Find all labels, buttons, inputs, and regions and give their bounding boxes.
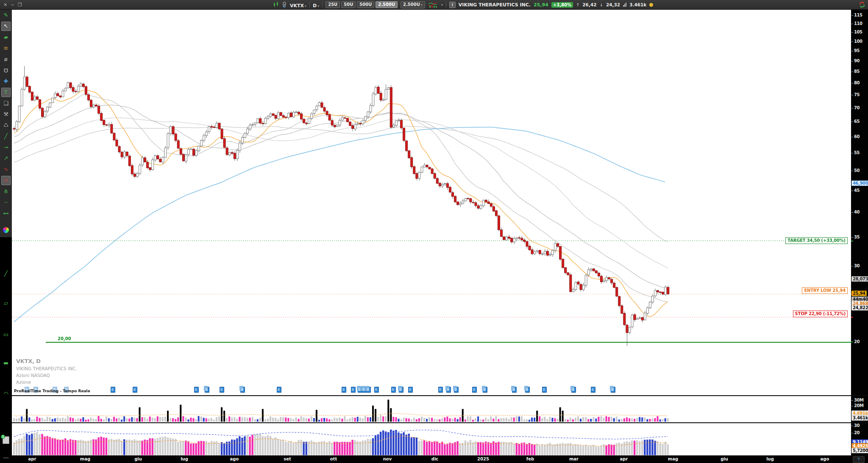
news-event-icon[interactable]: [220, 387, 224, 393]
news-event-icon[interactable]: [472, 387, 477, 393]
news-event-icon[interactable]: [542, 387, 547, 393]
symbol-timeframe-label: VKTX, D: [16, 358, 77, 364]
volume-tick-label: 30M: [854, 398, 864, 402]
news-event-icon[interactable]: [591, 387, 595, 393]
month-label: giu: [721, 457, 728, 461]
chart-type-icon[interactable]: [428, 2, 437, 8]
orders-doc-icon[interactable]: 1: [3, 436, 9, 444]
trendline-tool-icon[interactable]: ╱: [0, 132, 12, 141]
news-event-icon[interactable]: [408, 387, 413, 393]
rectangle-tool-icon[interactable]: ▭: [0, 330, 12, 339]
month-label: lug: [181, 457, 188, 461]
link-instrument-icon[interactable]: [282, 2, 287, 8]
news-event-icon[interactable]: [512, 387, 517, 393]
entry-level-label[interactable]: ENTRY LOW 25,94: [802, 287, 848, 294]
news-event-icon[interactable]: [366, 387, 371, 393]
cursor-tool-icon[interactable]: ↖: [1, 22, 11, 31]
stop-level-label[interactable]: STOP 22,90 (-11,72%): [793, 311, 848, 317]
close-window-icon[interactable]: ✕: [3, 2, 7, 8]
price-tick-label: 20: [854, 339, 860, 344]
news-event-icon[interactable]: [446, 387, 451, 393]
news-event-icon[interactable]: [611, 387, 615, 393]
arrow-tool-icon[interactable]: ↗: [0, 154, 12, 163]
news-event-icon[interactable]: [277, 387, 281, 393]
price-axis-value-box: 46,900: [851, 180, 868, 186]
dotted-line-tool-icon[interactable]: ┄: [0, 198, 12, 207]
text-tool-icon[interactable]: T: [1, 88, 11, 97]
volume-chart-canvas[interactable]: [12, 396, 851, 422]
draw-pencil-icon[interactable]: ✎: [0, 11, 12, 20]
news-event-icon[interactable]: [525, 387, 530, 393]
timeframe-selector[interactable]: D▾: [313, 1, 319, 9]
range-button-500u[interactable]: 500U: [357, 1, 374, 8]
duplicate-tool-icon[interactable]: ❏: [0, 99, 12, 108]
panel-divider[interactable]: [12, 422, 868, 423]
support-level-label[interactable]: 20,00: [58, 336, 71, 341]
news-event-icon[interactable]: [351, 387, 356, 393]
news-event-icon[interactable]: [399, 387, 403, 393]
news-event-icon[interactable]: [133, 387, 137, 393]
auto-trend-ia-icon[interactable]: ∿: [0, 165, 12, 174]
time-axis[interactable]: ⇡ aprmaggiulugagosetottnovdic2025febmara…: [0, 456, 868, 463]
range-dropdown[interactable]: 2.500U▾: [401, 1, 425, 8]
pan-tool-icon[interactable]: ✚: [0, 77, 12, 86]
restore-window-icon[interactable]: ❐: [18, 2, 22, 8]
platform-watermark: ProRealTime Trading - Tempo Reale: [14, 389, 90, 393]
instrument-info-icon[interactable]: i: [449, 2, 456, 8]
indicators-list-icon[interactable]: ≡: [0, 44, 12, 53]
chart-type-caret[interactable]: ▾: [441, 3, 443, 7]
news-event-icon[interactable]: [111, 387, 115, 393]
month-label: dic: [431, 457, 439, 461]
hbar-tool-icon[interactable]: ▬: [0, 358, 12, 368]
line2-tool-icon[interactable]: ╱: [0, 269, 12, 278]
news-event-icon[interactable]: [438, 387, 443, 393]
month-label: mar: [569, 457, 579, 461]
instrument-name: VIKING THERAPEUTICS INC.: [459, 2, 531, 8]
range-button-2.500u[interactable]: 2.500U: [376, 1, 398, 8]
magnet-tool-icon[interactable]: ∩: [1, 176, 11, 185]
month-label: ago: [821, 457, 829, 461]
refresh-sync-icon[interactable]: [859, 1, 865, 8]
price-chart-canvas[interactable]: [12, 9, 851, 395]
title-toolbar: ✕─❐ VKTX▾ D▾ 25U50U500U2.500U 2.500U▾: [0, 0, 868, 10]
trash-tool-icon[interactable]: ♺: [0, 121, 12, 130]
level-axis-tick: [851, 317, 853, 318]
indicator-tick-label: 20: [854, 430, 860, 435]
price-tick-label: 50: [854, 168, 860, 173]
range-button-50u[interactable]: 50U: [341, 1, 356, 8]
target-level-label[interactable]: TARGET 34,50 (+33,00%): [785, 237, 848, 244]
news-event-icon[interactable]: [342, 387, 346, 393]
alerts-bell-icon[interactable]: Ω: [0, 66, 12, 75]
news-event-icon[interactable]: [483, 387, 487, 393]
drawing-toolbar: ✎↖▰≡⌀Ω✚T❏⚒♺╱⊸↗∿∩⋔┄⊷╱▱▭▬◠1⋯: [0, 9, 12, 463]
hline-tool-icon[interactable]: ⊷: [0, 209, 12, 218]
panel-divider[interactable]: [12, 395, 868, 396]
level-axis-tick: [851, 341, 853, 342]
minimize-window-icon[interactable]: ─: [11, 2, 14, 8]
month-label: apr: [620, 457, 628, 461]
fan-tool-icon[interactable]: ⋔: [0, 187, 12, 196]
indicator-chart-canvas[interactable]: [12, 423, 851, 455]
symbol-selector[interactable]: VKTX▾: [290, 1, 306, 9]
settings-tools-icon[interactable]: ⚒: [0, 110, 12, 119]
news-event-icon[interactable]: [374, 387, 379, 393]
zoom-tool-icon[interactable]: ⌀: [0, 55, 12, 64]
instrument-name-label: VIKING THERAPEUTICS INC.: [16, 366, 77, 371]
channel-tool-icon[interactable]: ▱: [0, 299, 12, 308]
jump-to-latest-button[interactable]: ⇡: [853, 456, 865, 463]
news-event-icon[interactable]: [194, 387, 199, 393]
eraser-tool-icon[interactable]: ▰: [0, 33, 12, 42]
price-tick-label: 115: [854, 13, 862, 17]
news-event-icon[interactable]: [391, 387, 396, 393]
news-event-icon[interactable]: [571, 387, 576, 393]
candlestick-style-icon[interactable]: [273, 2, 279, 8]
arc-tool-icon[interactable]: ◠: [0, 389, 12, 399]
segment-tool-icon[interactable]: ⊸: [0, 143, 12, 152]
range-button-25u[interactable]: 25U: [326, 1, 340, 8]
more-tools-icon[interactable]: ⋯: [0, 453, 12, 463]
news-event-icon[interactable]: [454, 387, 459, 393]
session-volume-value: 3.461k: [629, 2, 646, 7]
color-wheel-icon[interactable]: [3, 227, 9, 233]
news-event-icon[interactable]: [205, 387, 209, 393]
news-event-icon[interactable]: [240, 387, 245, 393]
